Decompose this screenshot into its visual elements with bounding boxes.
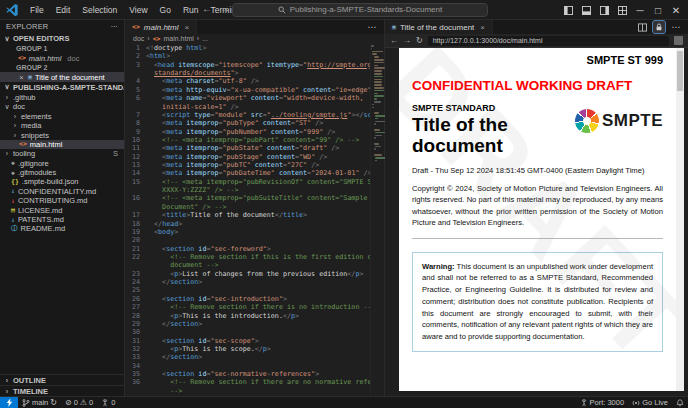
code-line[interactable]: 25 (125, 286, 370, 294)
code-line[interactable]: 10 <!-- <meta itemprop="pubPart" content… (125, 136, 370, 144)
git-branch-status[interactable]: main ↻ (18, 397, 61, 408)
minimize-button[interactable]: ─ (632, 2, 648, 18)
code-line[interactable]: 36 <!-- Remove section if there are no n… (125, 378, 370, 386)
code-line[interactable]: 13 <meta itemprop="pubTC" content="27C" … (125, 161, 370, 169)
code-line[interactable]: 18 </head> (125, 220, 370, 228)
minimap[interactable] (370, 43, 384, 396)
remote-indicator[interactable] (0, 397, 18, 408)
code-line[interactable]: 16 <!-- <meta itemprop="pubSuiteTitle" c… (125, 194, 370, 202)
customize-layout-icon[interactable] (614, 2, 630, 18)
code-line[interactable]: Document" /> --> (125, 203, 370, 211)
code-line[interactable]: 14 <meta itemprop="pubDateTime" content=… (125, 169, 370, 177)
problems-status[interactable]: ⊘ 0 ⚠ 0 (61, 397, 97, 408)
code-line[interactable]: 23 <p>List of changes from the previous … (125, 270, 370, 278)
toggle-primary-sidebar-icon[interactable] (560, 2, 576, 18)
code-line[interactable]: --> (125, 387, 370, 395)
scrollbar-thumb[interactable] (677, 51, 683, 91)
code-line[interactable]: initial-scale=1" /> (125, 103, 370, 111)
tree-item--gitmodules[interactable]: ◆.gitmodules (0, 168, 124, 177)
menu-edit[interactable]: Edit (51, 3, 76, 17)
tree-item-readme-md[interactable]: ⓘREADME.md (0, 224, 124, 233)
tree-item-doc[interactable]: ∨doc (0, 102, 124, 111)
close-button[interactable]: ✕ (668, 2, 684, 18)
menu-go[interactable]: Go (155, 3, 176, 17)
code-line[interactable]: 12 <meta itemprop="pubStage" content="WD… (125, 153, 370, 161)
code-line[interactable]: 31 <section id="sec-scope"> (125, 337, 370, 345)
code-line[interactable]: XXXX-Y:ZZZZ" /> --> (125, 186, 370, 194)
split-editor-icon[interactable] (636, 21, 648, 33)
tree-item--github[interactable]: ›.github (0, 93, 124, 102)
code-line[interactable]: 29 </section> (125, 320, 370, 328)
code-line[interactable]: 22 <!-- Remove section if this is the fi… (125, 253, 370, 261)
back-arrow-icon[interactable]: ← (202, 3, 212, 14)
code-line[interactable]: 27 <!-- Remove section if there is no in… (125, 303, 370, 311)
open-in-browser-icon[interactable] (674, 36, 683, 45)
code-line[interactable]: 26 <section id="sec-introduction"> (125, 295, 370, 303)
maximize-button[interactable]: □ (650, 2, 666, 18)
tree-item-confidentiality-md[interactable]: ↓CONFIDENTIALITY.md (0, 187, 124, 196)
explorer-more-actions-icon[interactable]: ⋯ (111, 22, 119, 31)
notifications-button[interactable] (672, 397, 688, 408)
code-line[interactable]: 33 </section> (125, 353, 370, 361)
toggle-panel-icon[interactable] (578, 2, 594, 18)
port-status[interactable]: Port: 3000 (576, 397, 629, 408)
code-line[interactable]: 7 <script type="module" src="../tooling/… (125, 111, 370, 119)
outline-section[interactable]: › OUTLINE (0, 374, 124, 385)
editor-more-actions-icon[interactable]: ⋯ (366, 21, 378, 33)
code-line[interactable]: 3 <head itemscope="itemscope" itemtype="… (125, 61, 370, 69)
tree-item-contributing-md[interactable]: ↓CONTRIBUTING.md (0, 196, 124, 205)
reload-icon[interactable]: ↻ (416, 37, 423, 45)
menu-view[interactable]: View (124, 3, 152, 17)
close-tab-icon[interactable]: × (185, 23, 190, 32)
tree-item-tooling[interactable]: ›toolingS (0, 149, 124, 158)
code-line[interactable]: 35 <section id="sec-normative-references… (125, 370, 370, 378)
code-line[interactable]: 32 <p>This is the scope.</p> (125, 345, 370, 353)
page-scrollbar[interactable] (676, 48, 684, 391)
tree-item--smpte-build-json[interactable]: {}.smpte-build.json (0, 177, 124, 186)
code-line[interactable]: 20 (125, 236, 370, 244)
forwarded-ports-status[interactable]: 0 (97, 397, 119, 408)
open-editor-item[interactable]: ×▣Title of the document (0, 72, 124, 81)
code-line[interactable]: 24 </section> (125, 278, 370, 286)
code-line[interactable]: 2<html> (125, 52, 370, 60)
breadcrumb[interactable]: doc › <> main.html › ... (125, 34, 384, 43)
url-input[interactable]: http://127.0.0.1:3000/doc/main.html (428, 36, 669, 46)
close-tab-icon[interactable]: × (480, 23, 485, 32)
toggle-secondary-sidebar-icon[interactable] (596, 2, 612, 18)
code-line[interactable]: 15 <!-- <meta itemprop="pubRevisionOf" c… (125, 178, 370, 186)
back-arrow-icon[interactable]: ← (390, 37, 398, 45)
code-line[interactable]: 4 <meta charset="utf-8" /> (125, 77, 370, 85)
project-section[interactable]: ∨ PUBLISHING-A-SMPTE-STANDARDS-DOCUME... (0, 82, 124, 93)
code-line[interactable]: 1<!doctype html> (125, 44, 370, 52)
tree-item-license-md[interactable]: ▤LICENSE.md (0, 205, 124, 214)
code-line[interactable]: 28 <p>This is the introduction.</p> (125, 312, 370, 320)
open-editor-item[interactable]: <>main.htmldoc (0, 54, 124, 63)
code-line[interactable]: 5 <meta http-equiv="x-ua-compatible" con… (125, 86, 370, 94)
tree-item-main-html[interactable]: <>main.html (0, 140, 124, 149)
timeline-section[interactable]: › TIMELINE (0, 385, 124, 396)
tree-item-media[interactable]: ›media (0, 121, 124, 130)
code-line[interactable]: 17 <title>Title of the document</title> (125, 211, 370, 219)
code-line[interactable]: 34 (125, 362, 370, 370)
breadcrumb-symbol[interactable]: ... (202, 35, 208, 42)
code-line[interactable]: 9 <meta itemprop="pubNumber" content="99… (125, 128, 370, 136)
tab-preview[interactable]: ▣ Title of the document × (385, 20, 493, 34)
code-line[interactable]: 8 <meta itemprop="pubType" content="ST" … (125, 119, 370, 127)
code-line[interactable]: 6 <meta name="viewport" content="width=d… (125, 94, 370, 102)
preview-more-actions-icon[interactable]: ⋯ (670, 21, 682, 33)
open-editors-section[interactable]: ∨ OPEN EDITORS (0, 33, 124, 44)
code-line[interactable]: 21 <section id="sec-foreword"> (125, 245, 370, 253)
tree-item-patents-md[interactable]: ↓PATENTS.md (0, 215, 124, 224)
menu-selection[interactable]: Selection (77, 3, 122, 17)
code-line[interactable]: standards/documents"> (125, 69, 370, 77)
menu-run[interactable]: Run (178, 3, 204, 17)
go-live-button[interactable]: Go Live (628, 397, 672, 408)
code-line[interactable]: 11 <meta itemprop="pubState" content="dr… (125, 144, 370, 152)
breadcrumb-folder[interactable]: doc (133, 35, 144, 42)
breadcrumb-file[interactable]: main.html (163, 35, 193, 42)
code-line[interactable]: 30 (125, 328, 370, 336)
tree-item-snippets[interactable]: ›snippets (0, 130, 124, 139)
code-line[interactable]: 19 <body> (125, 228, 370, 236)
tab-main-html[interactable]: <> main.html × (125, 20, 197, 34)
tree-item--gitignore[interactable]: ◆.gitignore (0, 159, 124, 168)
